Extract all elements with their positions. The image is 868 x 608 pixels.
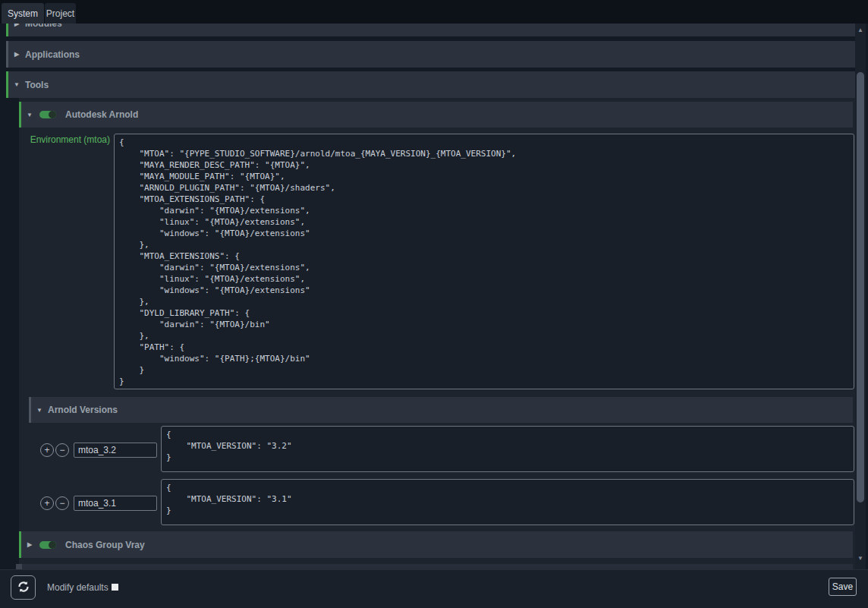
- arnold-enabled-toggle[interactable]: [39, 111, 56, 118]
- chevron-down-icon: ▼: [31, 407, 48, 414]
- vray-enabled-toggle[interactable]: [39, 541, 56, 549]
- remove-version-button[interactable]: −: [55, 443, 69, 457]
- scrollbar-down-arrow-icon[interactable]: ▼: [855, 553, 866, 564]
- tab-project-label: Project: [46, 8, 74, 19]
- tools-panel: ▼ Autodesk Arnold Environment (mtoa) { "…: [19, 98, 855, 569]
- chevron-down-icon: ▼: [21, 112, 38, 118]
- section-header-applications[interactable]: ▶ Applications: [6, 41, 855, 68]
- modify-defaults-checkbox[interactable]: [112, 584, 118, 591]
- section-header-tools[interactable]: ▼ Tools: [6, 71, 855, 98]
- tab-bar: System Project: [0, 0, 868, 24]
- section-title-modules: Modules: [25, 24, 62, 29]
- section-header-autodesk-arnold[interactable]: ▼ Autodesk Arnold: [19, 102, 853, 128]
- add-version-button[interactable]: +: [40, 496, 54, 510]
- section-header-arnold-versions[interactable]: ▼ Arnold Versions: [29, 397, 853, 423]
- version-key-input[interactable]: [74, 496, 157, 511]
- chevron-right-icon: ▶: [21, 541, 38, 548]
- remove-version-button[interactable]: −: [55, 496, 69, 510]
- settings-scroll-area: ▶ Modules ▶ Applications ▼ Tools ▼ Autod…: [0, 24, 868, 569]
- section-header-modules[interactable]: ▶ Modules: [6, 24, 855, 36]
- tab-system[interactable]: System: [2, 3, 44, 24]
- scrollbar-thumb[interactable]: [857, 72, 864, 502]
- refresh-icon: [17, 580, 30, 596]
- section-header-chaos-group-vray[interactable]: ▶ Chaos Group Vray: [19, 531, 853, 558]
- chevron-down-icon: ▼: [8, 81, 25, 88]
- section-title-autodesk-arnold: Autodesk Arnold: [65, 109, 138, 120]
- save-button[interactable]: Save: [829, 578, 857, 596]
- chevron-right-icon: ▶: [8, 24, 25, 27]
- scrollbar-up-arrow-icon[interactable]: ▲: [855, 25, 866, 36]
- modify-defaults-label: Modify defaults: [47, 582, 108, 593]
- settings-window: System Project ▶ Modules ▶ Applications …: [0, 0, 868, 608]
- footer-bar: Modify defaults Save: [0, 569, 868, 608]
- section-title-chaos-group-vray: Chaos Group Vray: [65, 540, 145, 550]
- refresh-button[interactable]: [11, 575, 36, 600]
- next-section-marker: [16, 564, 22, 569]
- add-version-button[interactable]: +: [40, 443, 54, 457]
- chevron-right-icon: ▶: [8, 51, 25, 58]
- next-section-header-partial[interactable]: [19, 564, 853, 569]
- environment-mtoa-label: Environment (mtoa): [19, 134, 110, 146]
- version-json-editor[interactable]: { "MTOA_VERSION": "3.1" }: [161, 479, 854, 525]
- section-title-applications: Applications: [25, 49, 80, 60]
- section-title-tools: Tools: [25, 80, 49, 90]
- version-json-editor[interactable]: { "MTOA_VERSION": "3.2" }: [161, 426, 854, 472]
- vertical-scrollbar[interactable]: ▲ ▼: [855, 24, 866, 569]
- version-key-input[interactable]: [74, 443, 157, 458]
- section-title-arnold-versions: Arnold Versions: [48, 405, 118, 415]
- environment-mtoa-json-editor[interactable]: { "MTOA": "{PYPE_STUDIO_SOFTWARE}/arnold…: [114, 134, 854, 389]
- tab-project[interactable]: Project: [45, 3, 76, 24]
- tab-system-label: System: [8, 8, 38, 19]
